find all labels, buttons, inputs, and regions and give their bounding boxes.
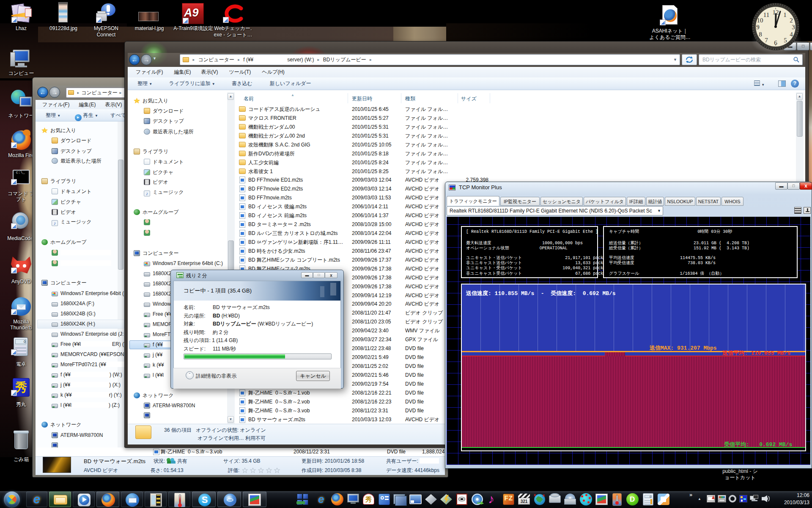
svg-text:2: 2 bbox=[790, 17, 793, 24]
svg-text:10: 10 bbox=[757, 17, 763, 24]
svg-text:11: 11 bbox=[763, 11, 769, 18]
svg-text:9: 9 bbox=[756, 24, 760, 30]
svg-text:3: 3 bbox=[792, 24, 795, 30]
svg-text:4: 4 bbox=[790, 31, 793, 38]
svg-text:7: 7 bbox=[765, 37, 768, 44]
svg-text:8: 8 bbox=[759, 31, 762, 38]
svg-text:1: 1 bbox=[783, 11, 787, 18]
svg-text:6: 6 bbox=[774, 39, 777, 46]
svg-text:5: 5 bbox=[784, 37, 787, 44]
